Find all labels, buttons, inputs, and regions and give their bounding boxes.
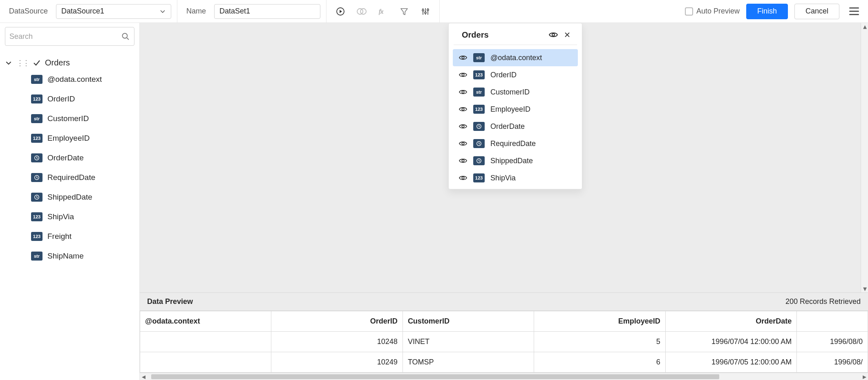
auto-preview-checkbox[interactable]: Auto Preview [685,7,740,16]
card-list: str@odata.context123OrderIDstrCustomerID… [449,49,582,187]
tree-field[interactable]: 123EmployeeID [31,134,134,143]
tree-root-row[interactable]: ⋮⋮ Orders [5,55,134,75]
column-header[interactable]: OrderID [271,311,403,332]
cancel-button[interactable]: Cancel [794,4,839,19]
column-header[interactable] [797,311,868,332]
scrollbar-thumb[interactable] [151,374,719,379]
tree-field[interactable]: strCustomerID [31,114,134,123]
type-string-icon: str [473,53,485,62]
close-button[interactable] [564,31,570,38]
column-header[interactable]: EmployeeID [534,311,665,332]
chevron-down-icon [159,8,166,15]
field-visibility-icon[interactable] [459,122,468,131]
table-cell: 6 [534,352,665,373]
field-visibility-icon[interactable] [459,105,468,114]
tree-field[interactable]: 123Freight [31,232,134,241]
design-canvas[interactable]: Orders str@odata.context123OrderIDstrCus… [140,23,868,292]
card-field-row[interactable]: strCustomerID [453,83,578,101]
chevron-down-icon[interactable] [5,59,12,67]
checkbox-icon [685,7,693,16]
auto-preview-label: Auto Preview [696,7,740,16]
scroll-up-arrow-icon[interactable]: ▴ [861,23,868,30]
column-header[interactable]: CustomerID [403,311,534,332]
card-title: Orders [462,30,548,40]
search-input[interactable] [9,32,121,41]
tree-field[interactable]: OrderDate [31,153,134,162]
type-string-icon: str [473,88,485,97]
type-date-icon [31,193,43,202]
vertical-scrollbar[interactable]: ▴ ▾ [861,23,868,292]
datasource-select[interactable]: DataSource1 [56,4,171,19]
svg-point-17 [462,74,464,76]
card-field-row[interactable]: 123EmployeeID [453,101,578,118]
dataset-name-input[interactable] [214,4,320,19]
table-row[interactable]: 10248VINET51996/07/04 12:00:00 AM1996/08… [140,332,868,352]
horizontal-scrollbar[interactable]: ◂ ▸ [140,373,868,380]
field-visibility-icon[interactable] [459,88,468,97]
type-string-icon: str [31,252,43,261]
card-field-row[interactable]: RequiredDate [453,135,578,152]
top-toolbar: DataSource DataSource1 Name fx [0,0,868,23]
scroll-down-arrow-icon[interactable]: ▾ [861,285,868,292]
field-visibility-icon[interactable] [459,70,468,79]
card-field-row[interactable]: str@odata.context [453,49,578,66]
field-label: RequiredDate [490,139,536,148]
settings-sliders-button[interactable] [417,3,434,20]
type-date-icon [31,153,43,162]
left-panel: ⋮⋮ Orders str@odata.context123OrderIDstr… [0,23,140,380]
field-visibility-icon[interactable] [459,173,468,182]
column-header[interactable]: @odata.context [140,311,271,332]
type-number-icon: 123 [31,94,43,103]
tree-field[interactable]: 123ShipVia [31,212,134,221]
tree-field[interactable]: 123OrderID [31,94,134,103]
field-visibility-icon[interactable] [459,53,468,62]
svg-point-7 [425,12,426,13]
field-label: CustomerID [47,114,89,123]
field-visibility-icon[interactable] [459,139,468,148]
actions-section: Auto Preview Finish Cancel [440,0,868,22]
drag-grip-icon[interactable]: ⋮⋮ [16,58,29,67]
menu-button[interactable] [846,7,862,15]
preview-title: Data Preview [147,297,193,306]
visibility-toggle-icon[interactable] [548,30,558,40]
field-label: ShippedDate [490,157,533,165]
table-cell: 1996/08/ [797,352,868,373]
card-field-row[interactable]: 123OrderID [453,66,578,83]
svg-point-10 [123,34,128,38]
svg-point-20 [462,125,464,128]
tree-field[interactable]: RequiredDate [31,173,134,182]
filter-button[interactable] [396,3,412,20]
field-label: ShipName [47,252,84,261]
type-date-icon [473,139,485,148]
svg-point-22 [462,142,464,145]
card-field-row[interactable]: 123ShipVia [453,169,578,187]
check-icon [33,59,41,67]
tree-field[interactable]: str@odata.context [31,75,134,84]
datasource-value: DataSource1 [61,7,104,16]
table-row[interactable]: 10249TOMSP61996/07/05 12:00:00 AM1996/08… [140,352,868,373]
type-date-icon [473,122,485,131]
run-button[interactable] [332,3,349,20]
right-area: Orders str@odata.context123OrderIDstrCus… [140,23,868,380]
svg-point-1 [357,9,363,14]
scroll-left-arrow-icon[interactable]: ◂ [140,373,147,380]
tree-fields: str@odata.context123OrderIDstrCustomerID… [5,75,134,261]
card-field-row[interactable]: ShippedDate [453,152,578,169]
finish-button[interactable]: Finish [746,4,788,19]
field-label: OrderID [47,94,75,103]
preview-grid: @odata.contextOrderIDCustomerIDEmployeeI… [140,311,868,373]
scroll-right-arrow-icon[interactable]: ▸ [861,373,868,380]
tree-field[interactable]: ShippedDate [31,193,134,202]
table-cell [140,332,271,352]
join-button[interactable] [353,3,370,20]
name-label: Name [183,7,209,16]
column-header[interactable]: OrderDate [665,311,796,332]
field-label: @odata.context [490,54,542,62]
card-field-row[interactable]: OrderDate [453,118,578,135]
type-string-icon: str [31,114,43,123]
field-visibility-icon[interactable] [459,156,468,165]
fx-button[interactable]: fx [375,3,391,20]
tree-field[interactable]: strShipName [31,252,134,261]
search-field[interactable] [5,27,134,46]
svg-point-16 [462,56,464,59]
